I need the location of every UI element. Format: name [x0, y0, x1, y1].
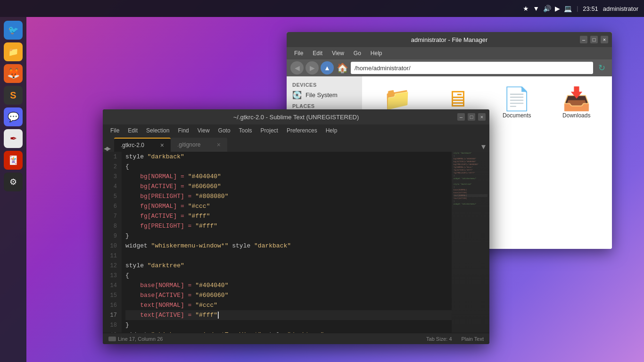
taskbar-bird[interactable]: 🐦	[4, 21, 23, 40]
folder-documents[interactable]: 📄 Documents	[489, 84, 545, 123]
code-line-13: {	[125, 271, 452, 280]
taskbar-sublime[interactable]: S	[4, 86, 23, 105]
line-num-10: 10	[103, 241, 122, 251]
code-line-6: fg[NORMAL] = "#ccc"	[125, 201, 452, 211]
line-num-14: 14	[103, 280, 122, 290]
fm-menu-file[interactable]: File	[290, 49, 307, 58]
line-num-16: 16	[103, 300, 122, 310]
code-line-3: bg[NORMAL] = "#404040"	[125, 172, 452, 181]
taskbar-toggle[interactable]: ⚙	[4, 173, 23, 191]
line-num-7: 7	[103, 211, 122, 221]
fm-forward-button[interactable]: ▶	[305, 61, 319, 74]
tab-nav-next[interactable]: ▶	[107, 145, 114, 152]
line-num-18: 18	[103, 320, 122, 330]
st-menu-find[interactable]: Find	[174, 126, 192, 135]
fm-close-button[interactable]: ×	[601, 36, 608, 43]
code-line-10: widget "whiskermenu-window*" style "dark…	[125, 241, 452, 251]
bluetooth-icon[interactable]: ★	[523, 5, 529, 12]
volume-icon[interactable]: 🔊	[543, 5, 551, 12]
file-manager-toolbar: ◀ ▶ ▲ 🏠 ↻	[287, 59, 612, 76]
folder-documents-label: Documents	[503, 112, 531, 119]
filesystem-icon: 💽	[292, 90, 302, 99]
screen-icon[interactable]: 💻	[564, 5, 572, 12]
line-num-6: 6	[103, 201, 122, 211]
taskbar-discord[interactable]: 💬	[4, 107, 23, 126]
st-menu-selection[interactable]: Selection	[142, 126, 173, 135]
st-menu-help[interactable]: Help	[322, 126, 341, 135]
line-num-11: 11	[103, 251, 122, 261]
st-menu-edit[interactable]: Edit	[124, 126, 141, 135]
sublime-menubar: File Edit Selection Find View Goto Tools…	[103, 124, 489, 137]
st-maximize-button[interactable]: □	[468, 113, 475, 121]
code-line-18: }	[125, 320, 452, 330]
panel-separator: |	[577, 5, 578, 12]
line-num-5: 5	[103, 191, 122, 201]
tab-gtkrc[interactable]: .gtkrc-2.0 ×	[114, 138, 171, 152]
folder-downloads-icon: 📥	[562, 88, 591, 110]
st-menu-project[interactable]: Project	[257, 126, 282, 135]
st-menu-tools[interactable]: Tools	[235, 126, 256, 135]
line-numbers: 1 2 3 4 5 6 7 8 9 10 11 12 13 14 15 16 1…	[103, 152, 122, 333]
panel-user: administrator	[603, 5, 638, 12]
code-line-9: }	[125, 231, 452, 241]
fm-home-button[interactable]: 🏠	[336, 61, 349, 74]
sublime-controls: – □ ×	[457, 113, 486, 121]
st-menu-preferences[interactable]: Preferences	[283, 126, 321, 135]
play-icon[interactable]: ▶	[555, 5, 560, 12]
status-tab-size[interactable]: Tab Size: 4	[426, 336, 452, 342]
tab-gitignore[interactable]: .gitignore ×	[171, 138, 227, 152]
tab-overflow-button[interactable]: ▾	[481, 141, 489, 152]
status-syntax[interactable]: Plain Text	[462, 336, 484, 342]
fm-refresh-button[interactable]: ↻	[595, 61, 608, 74]
st-menu-view[interactable]: View	[194, 126, 214, 135]
fm-minimize-button[interactable]: –	[580, 36, 587, 43]
taskbar-firefox[interactable]: 🦊	[4, 64, 23, 83]
line-num-4: 4	[103, 181, 122, 191]
line-num-2: 2	[103, 162, 122, 172]
line-num-12: 12	[103, 261, 122, 271]
sidebar-devices-header: DEVICES	[287, 80, 362, 89]
fm-menu-go[interactable]: Go	[350, 49, 365, 58]
st-close-button[interactable]: ×	[478, 113, 486, 121]
line-num-9: 9	[103, 231, 122, 241]
fm-up-button[interactable]: ▲	[321, 61, 334, 74]
line-num-13: 13	[103, 271, 122, 280]
fm-menu-help[interactable]: Help	[367, 49, 386, 58]
sublime-titlebar: ~/.gtkrc-2.0 - Sublime Text (UNREGISTERE…	[103, 109, 489, 124]
tab-gtkrc-close[interactable]: ×	[160, 141, 164, 149]
st-menu-goto[interactable]: Goto	[215, 126, 234, 135]
sublime-tabs: ◀ ▶ .gtkrc-2.0 × .gitignore × ▾	[103, 137, 489, 152]
line-num-1: 1	[103, 152, 122, 162]
tab-gitignore-close[interactable]: ×	[217, 141, 221, 148]
panel-clock: 23:51	[583, 5, 598, 12]
fm-maximize-button[interactable]: □	[590, 36, 598, 43]
fm-back-button[interactable]: ◀	[290, 61, 304, 74]
sidebar-item-filesystem[interactable]: 💽 File System	[287, 89, 362, 101]
folder-code-icon: 📁	[383, 88, 412, 110]
line-num-15: 15	[103, 290, 122, 300]
sublime-text-window: ~/.gtkrc-2.0 - Sublime Text (UNREGISTERE…	[103, 109, 489, 344]
fm-address-bar[interactable]	[351, 62, 593, 74]
sidebar-places-header: PLACES	[287, 101, 362, 110]
taskbar-files[interactable]: 📁	[4, 42, 23, 61]
top-panel: ★ ▼ 🔊 ▶ 💻 | 23:51 administrator	[0, 0, 644, 17]
code-line-16: text[NORMAL] = "#ccc"	[125, 300, 452, 310]
fm-menu-view[interactable]: View	[328, 49, 348, 58]
st-minimize-button[interactable]: –	[457, 113, 465, 121]
sublime-statusbar: Line 17, Column 26 Tab Size: 4 Plain Tex…	[103, 333, 489, 344]
wifi-icon[interactable]: ▼	[533, 5, 539, 12]
code-line-4: bg[ACTIVE] = "#606060"	[125, 181, 452, 191]
status-right: Tab Size: 4 Plain Text	[426, 336, 484, 342]
system-tray: ★ ▼ 🔊 ▶ 💻	[523, 5, 572, 12]
file-manager-title: administrator - File Manager	[319, 36, 580, 43]
fm-menu-edit[interactable]: Edit	[309, 49, 326, 58]
folder-downloads[interactable]: 📥 Downloads	[549, 84, 605, 123]
st-menu-file[interactable]: File	[107, 126, 123, 135]
taskbar: 🐦 📁 🦊 S 💬 ✒ 🃏 ⚙	[0, 17, 26, 362]
code-area[interactable]: style "darkback" { bg[NORMAL] = "#404040…	[122, 152, 452, 333]
tab-nav-prev[interactable]: ◀	[103, 145, 107, 152]
taskbar-inkscape[interactable]: ✒	[4, 129, 23, 148]
taskbar-anki[interactable]: 🃏	[4, 151, 23, 170]
sublime-editor[interactable]: 1 2 3 4 5 6 7 8 9 10 11 12 13 14 15 16 1…	[103, 152, 489, 333]
line-num-17: 17	[103, 310, 122, 320]
